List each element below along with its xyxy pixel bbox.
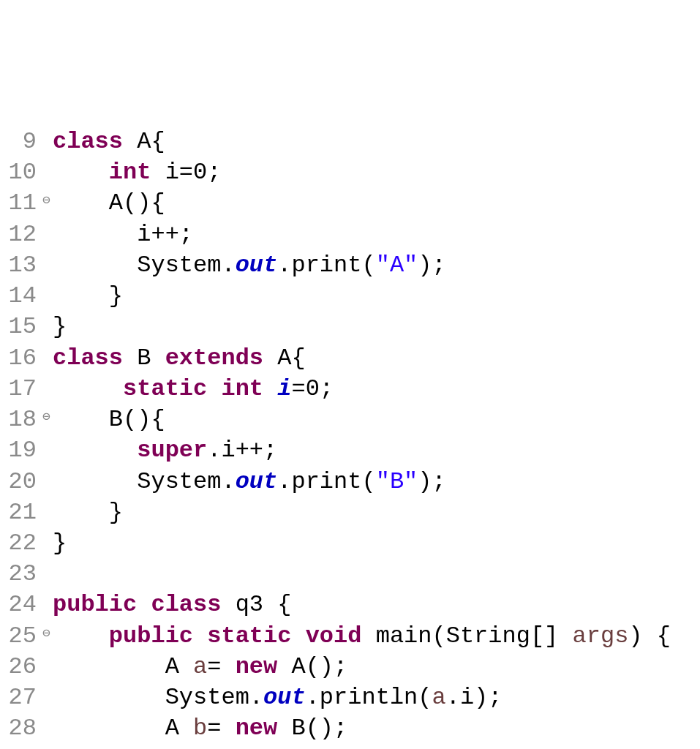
code-content[interactable]: public static void main(String[] args) { [53,621,700,652]
token-plain: ) { [628,622,671,650]
fold-marker-icon [42,157,53,188]
line-number: 13 [0,250,42,281]
line-number: 23 [0,559,42,590]
code-content[interactable]: System.out.println(a.i); [53,682,700,713]
fold-marker-icon [42,559,53,590]
token-plain: A [53,715,193,742]
token-plain: B(){ [53,406,165,433]
code-content[interactable]: } [53,528,700,559]
code-content[interactable]: } [53,312,700,342]
code-line[interactable]: 26 A a= new A(); [0,652,700,682]
line-number: 22 [0,528,42,559]
code-line[interactable]: 13 System.out.print("A"); [0,250,700,281]
fold-marker-icon[interactable]: ⊖ [42,404,53,435]
token-plain: } [53,499,123,526]
token-plain: System. [53,468,236,495]
code-line[interactable]: 16class B extends A{ [0,343,700,374]
line-number: 9 [0,127,42,157]
code-content[interactable]: System.out.print("B"); [53,467,700,497]
token-plain: System. [53,746,263,749]
code-line[interactable]: 28 A b= new B(); [0,713,700,744]
token-kw: public class [53,591,236,618]
token-plain: i [165,159,179,186]
token-kw: class [53,345,137,372]
code-content[interactable] [53,559,700,590]
code-content[interactable]: A(){ [53,188,700,219]
code-content[interactable]: A a= new A(); [53,652,700,682]
fold-marker-icon[interactable]: ⊖ [42,188,53,219]
token-var: a [193,653,207,680]
code-line[interactable]: 24public class q3 { [0,590,700,620]
code-content[interactable]: System.out.print("A"); [53,250,700,281]
token-plain: } [53,282,123,309]
code-content[interactable]: } [53,497,700,528]
line-number: 12 [0,219,42,250]
code-line[interactable]: 23 [0,559,700,590]
fold-marker-icon [42,435,53,466]
code-content[interactable]: static int i=0; [53,374,700,404]
fold-marker-icon [42,467,53,497]
token-plain: B(); [291,715,347,742]
token-plain: System. [53,252,236,279]
code-editor[interactable]: 9class A{10 int i=0;11⊖ A(){12 i++;13 Sy… [0,127,700,749]
code-line[interactable]: 27 System.out.println(a.i); [0,682,700,713]
token-plain: .i); [446,684,503,711]
code-line[interactable]: 29 System.out.println(a.i); [0,745,700,749]
code-line[interactable]: 15} [0,312,700,342]
fold-marker-icon [42,528,53,559]
code-line[interactable]: 19 super.i++; [0,435,700,466]
code-content[interactable]: System.out.println(a.i); [53,745,700,749]
token-plain: System. [53,684,263,711]
token-plain: .println( [306,684,432,711]
code-line[interactable]: 11⊖ A(){ [0,188,700,219]
token-var: a [432,684,445,711]
fold-marker-icon [42,312,53,342]
token-plain [53,159,109,186]
code-content[interactable]: class A{ [53,127,700,157]
code-content[interactable]: } [53,281,700,312]
line-number: 20 [0,467,42,497]
code-line[interactable]: 9class A{ [0,127,700,157]
token-var: args [573,622,629,650]
token-plain: q3 { [236,591,292,618]
line-number: 10 [0,157,42,188]
code-line[interactable]: 14 } [0,281,700,312]
line-number: 14 [0,281,42,312]
token-fld: i [277,375,291,402]
line-number: 29 [0,745,42,749]
code-content[interactable]: super.i++; [53,435,700,466]
token-plain: .i); [446,746,503,749]
token-plain: =0; [291,375,334,402]
code-line[interactable]: 21 } [0,497,700,528]
token-plain: i++; [53,221,193,248]
code-content[interactable]: A b= new B(); [53,713,700,744]
code-line[interactable]: 22} [0,528,700,559]
line-number: 18 [0,404,42,435]
code-line[interactable]: 17 static int i=0; [0,374,700,404]
line-number: 15 [0,312,42,342]
token-kw: super [137,437,207,464]
token-plain: } [53,530,67,557]
fold-marker-icon [42,745,53,749]
fold-marker-icon [42,219,53,250]
code-content[interactable]: public class q3 { [53,590,700,620]
code-line[interactable]: 12 i++; [0,219,700,250]
code-content[interactable]: int i=0; [53,157,700,188]
code-line[interactable]: 18⊖ B(){ [0,404,700,435]
code-line[interactable]: 10 int i=0; [0,157,700,188]
code-content[interactable]: i++; [53,219,700,250]
code-line[interactable]: 20 System.out.print("B"); [0,467,700,497]
token-plain [53,622,109,650]
code-line[interactable]: 25⊖ public static void main(String[] arg… [0,621,700,652]
code-content[interactable]: B(){ [53,404,700,435]
token-fld: out [263,684,306,711]
token-var: b [193,715,207,742]
token-plain: main(String[] [376,622,573,650]
token-plain: B [137,345,165,372]
fold-marker-icon [42,713,53,744]
fold-marker-icon[interactable]: ⊖ [42,621,53,652]
fold-marker-icon [42,127,53,157]
code-content[interactable]: class B extends A{ [53,343,700,374]
fold-marker-icon [42,374,53,404]
token-plain: A{ [137,128,165,155]
